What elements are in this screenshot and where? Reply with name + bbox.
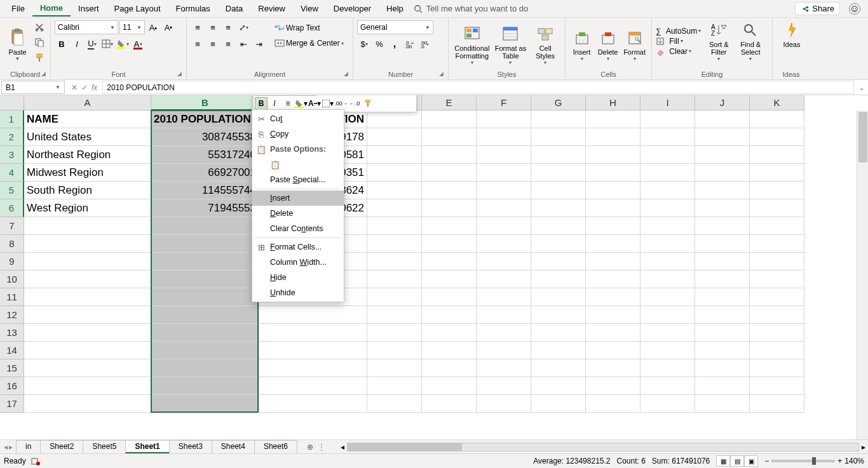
- cell-A10[interactable]: [24, 271, 151, 288]
- row-header-16[interactable]: 16: [0, 377, 24, 395]
- share-button[interactable]: Share: [795, 2, 840, 15]
- cell-I14[interactable]: [641, 342, 695, 359]
- cell-H10[interactable]: [586, 271, 641, 288]
- cell-G2[interactable]: [531, 128, 586, 146]
- cell-D3[interactable]: [367, 146, 422, 164]
- vertical-scrollbar[interactable]: [857, 110, 868, 439]
- ctx-paste[interactable]: 📋: [252, 157, 344, 172]
- cell-K16[interactable]: [750, 377, 804, 395]
- tab-nav-prev[interactable]: ▸: [9, 443, 13, 451]
- align-left-button[interactable]: ≡: [191, 37, 205, 51]
- zoom-slider[interactable]: [771, 460, 835, 462]
- col-header-K[interactable]: K: [750, 95, 804, 110]
- cell-G12[interactable]: [531, 306, 586, 324]
- col-header-E[interactable]: E: [422, 95, 477, 110]
- cell-D17[interactable]: [367, 395, 422, 413]
- cell-K8[interactable]: [750, 235, 804, 253]
- wrap-text-button[interactable]: ab Wrap Text: [271, 22, 348, 34]
- clear-button[interactable]: Clear▾: [656, 47, 701, 56]
- cell-I1[interactable]: [641, 110, 695, 128]
- ctx-copy[interactable]: ⎘Copy: [252, 126, 344, 142]
- mini-italic[interactable]: I: [268, 97, 281, 110]
- cell-J13[interactable]: [695, 324, 750, 342]
- cell-H12[interactable]: [586, 306, 641, 324]
- cell-E7[interactable]: [422, 217, 477, 235]
- cell-I2[interactable]: [641, 128, 695, 146]
- cell-J10[interactable]: [695, 271, 750, 288]
- cell-F16[interactable]: [477, 377, 531, 395]
- sheet-tab-Sheet2[interactable]: Sheet2: [40, 440, 83, 453]
- cell-H2[interactable]: [586, 128, 641, 146]
- italic-button[interactable]: I: [70, 37, 84, 51]
- cell-J3[interactable]: [695, 146, 750, 164]
- mini-fill-color[interactable]: ▾: [295, 97, 308, 110]
- cell-E3[interactable]: [422, 146, 477, 164]
- scroll-right-icon[interactable]: ▸: [862, 443, 865, 451]
- cell-I13[interactable]: [641, 324, 695, 342]
- name-box[interactable]: B1▼: [1, 81, 65, 94]
- view-menu[interactable]: View: [293, 1, 326, 16]
- cell-J17[interactable]: [695, 395, 750, 413]
- horizontal-scrollbar[interactable]: ◂ ▸: [338, 443, 868, 451]
- home-menu[interactable]: Home: [32, 1, 71, 17]
- cell-D16[interactable]: [367, 377, 422, 395]
- cell-H3[interactable]: [586, 146, 641, 164]
- cell-D5[interactable]: [367, 182, 422, 199]
- cell-B7[interactable]: [151, 217, 259, 235]
- cell-C16[interactable]: [259, 377, 367, 395]
- cell-G17[interactable]: [531, 395, 586, 413]
- cell-I15[interactable]: [641, 359, 695, 377]
- cell-I16[interactable]: [641, 377, 695, 395]
- cell-B10[interactable]: [151, 271, 259, 288]
- font-color-button[interactable]: A▾: [131, 37, 145, 51]
- cell-E17[interactable]: [422, 395, 477, 413]
- cell-A3[interactable]: Northeast Region: [24, 146, 151, 164]
- row-header-12[interactable]: 12: [0, 306, 24, 324]
- mini-font-name[interactable]: Calibri: [255, 95, 292, 96]
- cell-H9[interactable]: [586, 253, 641, 271]
- row-header-11[interactable]: 11: [0, 288, 24, 306]
- cell-A8[interactable]: [24, 235, 151, 253]
- cell-J14[interactable]: [695, 342, 750, 359]
- ctx-hide[interactable]: Hide: [252, 270, 344, 285]
- cell-B17[interactable]: [151, 395, 259, 413]
- conditional-formatting-button[interactable]: Conditional Formatting▾: [452, 20, 492, 69]
- cell-D8[interactable]: [367, 235, 422, 253]
- row-header-1[interactable]: 1: [0, 110, 24, 128]
- cell-D11[interactable]: [367, 288, 422, 306]
- ctx-unhide[interactable]: Unhide: [252, 285, 344, 300]
- cell-A4[interactable]: Midwest Region: [24, 164, 151, 182]
- copy-button[interactable]: [32, 36, 46, 50]
- row-header-3[interactable]: 3: [0, 146, 24, 164]
- cell-K2[interactable]: [750, 128, 804, 146]
- col-header-G[interactable]: G: [531, 95, 586, 110]
- cell-H1[interactable]: [586, 110, 641, 128]
- col-header-A[interactable]: A: [24, 95, 151, 110]
- cell-H17[interactable]: [586, 395, 641, 413]
- cell-B15[interactable]: [151, 359, 259, 377]
- cell-D12[interactable]: [367, 306, 422, 324]
- col-header-B[interactable]: B: [151, 95, 259, 110]
- cell-D9[interactable]: [367, 253, 422, 271]
- cell-D2[interactable]: [367, 128, 422, 146]
- borders-button[interactable]: ▾: [100, 37, 114, 51]
- cell-H15[interactable]: [586, 359, 641, 377]
- cell-E8[interactable]: [422, 235, 477, 253]
- cell-H13[interactable]: [586, 324, 641, 342]
- cut-button[interactable]: [32, 20, 46, 34]
- decrease-decimal-button[interactable]: .00.0: [418, 37, 432, 51]
- cell-D15[interactable]: [367, 359, 422, 377]
- cell-E10[interactable]: [422, 271, 477, 288]
- enter-icon[interactable]: ✓: [81, 83, 88, 92]
- cell-D13[interactable]: [367, 324, 422, 342]
- cell-B5[interactable]: 114555744: [151, 182, 259, 199]
- cell-A16[interactable]: [24, 377, 151, 395]
- cell-G3[interactable]: [531, 146, 586, 164]
- align-bottom-button[interactable]: ≡: [221, 20, 235, 34]
- cell-G6[interactable]: [531, 199, 586, 217]
- ctx-delete[interactable]: Delete: [252, 206, 344, 221]
- cell-A9[interactable]: [24, 253, 151, 271]
- fill-color-button[interactable]: ▾: [116, 37, 130, 51]
- cell-E12[interactable]: [422, 306, 477, 324]
- ideas-button[interactable]: Ideas: [776, 20, 807, 48]
